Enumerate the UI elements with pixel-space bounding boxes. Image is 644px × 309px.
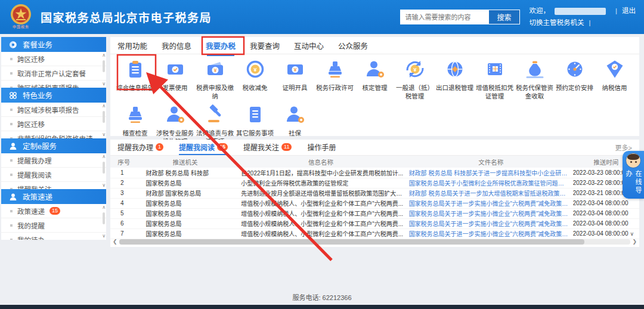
cell-file-link[interactable]: 国家税务总局关于进一步实施小微企业“六税两费”减免政策有关征管问题的公告 (409, 208, 573, 218)
expand-down-icon[interactable]: ∨ (630, 231, 634, 237)
cell-file-link[interactable]: 财政部 税务总局 科技部关于进一步提高科技型中小企业研发费用税前加计扣除比例的公… (409, 168, 573, 178)
service-item[interactable]: ¥税费申报及缴纳 (195, 58, 235, 100)
sidebar-item-label: 跨区域涉税事项报告 (17, 105, 79, 115)
sidebar-item[interactable]: 跨区迁移 (1, 117, 106, 131)
service-item[interactable]: 纳税信用 (595, 58, 634, 100)
table-header-row: 序号推送机关信息名称文件名称推送时间 (110, 156, 639, 168)
scrollbar-track[interactable] (119, 239, 631, 245)
sidebar-item[interactable]: 跨区域涉税事项报告 (1, 81, 106, 88)
sidebar-item[interactable]: 我的待办 (1, 233, 106, 240)
service-item[interactable]: 出口退税管理 (435, 58, 475, 100)
scroll-down-icon[interactable]: ∨ (102, 132, 106, 137)
sidebar-section-header-2[interactable]: 定制e服务 (1, 138, 106, 153)
logout-link[interactable]: 退出 (622, 5, 636, 17)
scroll-down-icon[interactable]: ∨ (102, 82, 106, 86)
scroll-down-icon[interactable]: ∨ (102, 234, 106, 239)
service-item[interactable]: ¥一般退（抵）税管理 (395, 58, 435, 100)
logo-caption: 中国税务 (13, 25, 29, 29)
service-item[interactable]: 核定管理 (355, 58, 395, 100)
service-label: 社保 (289, 129, 301, 138)
sidebar-item[interactable]: 提醒我阅读 (1, 168, 106, 182)
sidebar-section-header-3[interactable]: 政策速递 (1, 189, 106, 204)
service-item[interactable]: 增值税抵扣凭证管理 (475, 58, 515, 100)
cell-file-link[interactable]: 国家税务总局关于进一步实施小微企业“六税两费”减免政策有关征管问题的公告 (409, 228, 573, 239)
reminder-tab-提醒我阅读[interactable]: 提醒我阅读15 (179, 140, 228, 155)
horizontal-scrollbar: ❮ ❯ (113, 239, 637, 245)
shield-check-icon (604, 58, 626, 82)
sidebar-item[interactable]: 政策速递15 (1, 204, 106, 218)
reminder-tabs: 提醒我办理1提醒我阅读15提醒我关注11操作手册 (117, 140, 336, 155)
scroll-up-icon[interactable]: ∧ (102, 53, 106, 58)
main-tabs: 常用功能我的信息我要办税我要查询互动中心公众服务 (110, 37, 639, 54)
gauge-icon (564, 58, 586, 82)
service-item[interactable]: 发票使用 (155, 58, 195, 100)
sidebar-item-label: 提醒我关注 (17, 184, 52, 190)
scroll-up-icon[interactable]: ∧ (102, 104, 106, 109)
sidebar-item[interactable]: 提醒我办理 (1, 153, 106, 168)
scrollbar-thumb[interactable] (103, 111, 105, 123)
service-item[interactable]: 税务行政许可 (315, 58, 355, 100)
tab-互动中心[interactable]: 互动中心 (294, 40, 324, 51)
user-block: 欢迎， | 退出 切换主管税务机关 | (530, 5, 636, 29)
service-item[interactable]: 税务代保管资金收取 (515, 58, 555, 100)
main-area: 常用功能我的信息我要办税我要查询互动中心公众服务 综合信息报告发票使用¥税费申报… (110, 37, 639, 247)
service-item[interactable]: ¥证明开具 (275, 58, 315, 100)
sidebar-section-title: 政策速递 (23, 191, 52, 202)
scroll-right-icon[interactable]: ❯ (632, 239, 637, 245)
switch-authority-link[interactable]: 切换主管税务机关 (530, 17, 584, 29)
cell-organ: 国家税务总局 (138, 218, 233, 228)
cell-file-link[interactable]: 国家税务总局关于进一步实施小微企业“六税两费”减免政策有关征管问题的公告 (409, 198, 573, 208)
scrollbar-thumb[interactable] (119, 239, 585, 245)
scroll-up-icon[interactable]: ∧ (102, 205, 106, 210)
cell-file-link[interactable]: 财政部 税务总局关于进一步加大增值税期末留抵退税政策实施力度的公告 (409, 188, 573, 198)
bullet-icon (10, 174, 13, 176)
scroll-down-icon[interactable]: ∨ (102, 183, 106, 188)
cell-file-link[interactable]: 国家税务总局关于进一步实施小微企业“六税两费”减免政策有关征管问题的公告 (409, 218, 573, 228)
svg-text:¥: ¥ (413, 66, 417, 73)
online-guide-ribbon[interactable]: 在线导办 (623, 151, 644, 199)
coin-icon: ¥ (244, 58, 266, 82)
package-icon (9, 41, 17, 49)
tab-我的信息[interactable]: 我的信息 (162, 40, 191, 51)
tab-我要办税[interactable]: 我要办税 (206, 40, 236, 51)
sidebar-item-label: 政策速递 (17, 206, 45, 216)
sidebar-item[interactable]: 我的提醒 (1, 218, 106, 233)
tab-常用功能[interactable]: 常用功能 (117, 40, 147, 51)
sidebar-item[interactable]: 跨区域涉税事项报告 (1, 103, 106, 117)
search-input[interactable] (400, 10, 488, 24)
search-button[interactable]: 搜索 (488, 10, 519, 24)
service-item[interactable]: 综合信息报告 (115, 58, 155, 100)
grid-icon (9, 91, 17, 100)
sidebar-item[interactable]: 取消非正常户认定套餐 (1, 66, 106, 81)
cell-file-link[interactable]: 国家税务总局关于小型微利企业所得税优惠政策征管问题的公告 (409, 178, 573, 188)
scrollbar-thumb[interactable] (103, 60, 105, 72)
sidebar-section-list: 政策速递15我的提醒我的待办∧∨ (1, 204, 106, 240)
table-row: 4国家税务总局增值税小规模纳税人、小型微利企业和个体工商户“六税两费...国家税… (110, 198, 639, 208)
service-item[interactable]: ¥税收减免 (235, 58, 275, 100)
tab-公众服务[interactable]: 公众服务 (338, 40, 368, 51)
sidebar-section-header-1[interactable]: 特色业务 (1, 88, 106, 103)
scroll-up-icon[interactable]: ∧ (102, 154, 106, 159)
bullet-icon (10, 109, 13, 111)
sidebar-section-header-0[interactable]: 套餐业务 (1, 37, 106, 52)
reminder-tab-提醒我关注[interactable]: 提醒我关注11 (243, 140, 292, 155)
sidebar-item[interactable]: 提醒我关注 (1, 182, 106, 189)
sidebar-item[interactable]: 跨区迁移 (1, 52, 106, 66)
tab-我要查询[interactable]: 我要查询 (250, 40, 280, 51)
service-item[interactable]: 预约定价安排 (555, 58, 595, 100)
scrollbar-thumb[interactable] (103, 212, 105, 224)
sidebar-item[interactable]: 非营利组织免税资格申请 (1, 131, 106, 138)
scrollbar-thumb[interactable] (103, 162, 105, 174)
sidebar-item-label: 我的提醒 (17, 221, 45, 230)
cell-info: 增值税小规模纳税人、小型微利企业和个体工商户“六税两费... (233, 198, 408, 208)
reminder-tab-提醒我办理[interactable]: 提醒我办理1 (117, 140, 163, 155)
ticket-yen-icon: ¥ (284, 58, 306, 82)
reminder-tab-操作手册[interactable]: 操作手册 (307, 140, 336, 155)
reminder-tabs-row: 提醒我办理1提醒我阅读15提醒我关注11操作手册 更多> (110, 140, 639, 156)
cell-organ: 国家税务总局 (138, 228, 233, 239)
cell-info: 增值税小规模纳税人、小型微利企业和个体工商户“六税两费... (233, 208, 408, 218)
services-panel: 常用功能我的信息我要办税我要查询互动中心公众服务 综合信息报告发票使用¥税费申报… (110, 37, 639, 136)
service-label: 税收减免 (243, 84, 268, 92)
bottom-strip (0, 305, 644, 309)
scroll-left-icon[interactable]: ❮ (113, 239, 117, 245)
